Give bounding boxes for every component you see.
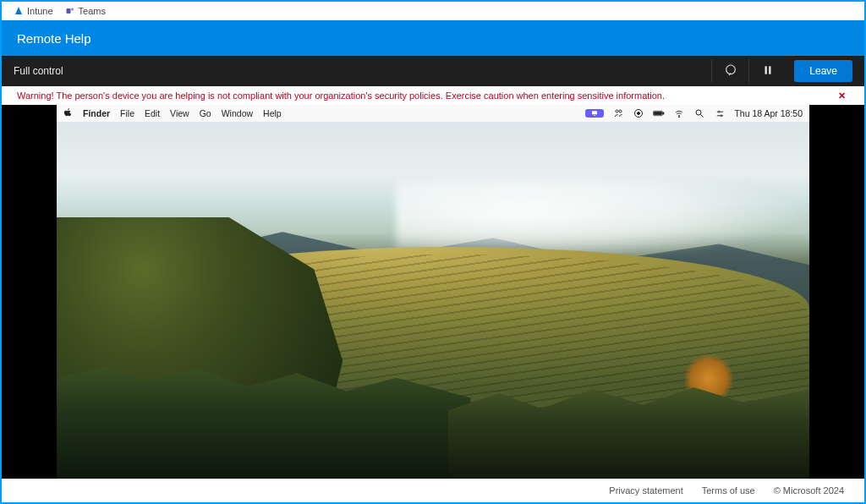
remote-screen-container: Finder File Edit View Go Window Help bbox=[2, 105, 864, 479]
warning-text: Warning! The person's device you are hel… bbox=[17, 90, 665, 101]
azure-icon bbox=[14, 6, 24, 16]
svg-point-20 bbox=[721, 114, 722, 116]
record-icon[interactable] bbox=[633, 108, 644, 118]
menu-edit[interactable]: Edit bbox=[145, 108, 160, 118]
svg-rect-6 bbox=[594, 115, 595, 116]
svg-point-14 bbox=[679, 116, 680, 117]
svg-line-16 bbox=[701, 115, 704, 118]
spotlight-icon[interactable] bbox=[693, 108, 705, 118]
pause-icon bbox=[762, 64, 774, 79]
svg-point-10 bbox=[638, 112, 640, 115]
svg-rect-5 bbox=[592, 111, 597, 114]
app-header: Remote Help bbox=[2, 20, 864, 56]
compliance-warning-bar: Warning! The person's device you are hel… bbox=[2, 86, 864, 105]
app-title: Remote Help bbox=[17, 31, 91, 46]
chat-button[interactable] bbox=[711, 59, 748, 83]
svg-point-15 bbox=[696, 110, 701, 115]
svg-rect-0 bbox=[66, 8, 70, 14]
control-center-icon[interactable] bbox=[714, 108, 726, 118]
remote-desktop[interactable]: Finder File Edit View Go Window Help bbox=[57, 105, 809, 479]
pause-button[interactable] bbox=[748, 59, 786, 83]
app-switcher-icon[interactable] bbox=[612, 108, 624, 118]
footer-privacy-link[interactable]: Privacy statement bbox=[609, 485, 682, 496]
battery-icon[interactable] bbox=[653, 108, 665, 118]
svg-point-8 bbox=[619, 110, 622, 112]
apple-menu-icon[interactable] bbox=[63, 107, 73, 119]
screenshare-indicator-icon[interactable] bbox=[585, 109, 604, 118]
menu-view[interactable]: View bbox=[170, 108, 189, 118]
svg-point-18 bbox=[718, 111, 720, 112]
menu-help[interactable]: Help bbox=[263, 108, 282, 118]
teams-icon bbox=[65, 6, 75, 16]
chat-icon bbox=[724, 63, 737, 79]
session-control-bar: Full control Leave bbox=[2, 56, 864, 86]
close-icon[interactable]: ✕ bbox=[835, 90, 849, 101]
menu-go[interactable]: Go bbox=[200, 108, 211, 118]
macos-wallpaper bbox=[57, 105, 809, 479]
svg-rect-12 bbox=[655, 112, 662, 114]
tab-label: Intune bbox=[27, 6, 53, 16]
wifi-icon[interactable] bbox=[673, 108, 685, 118]
footer-terms-link[interactable]: Terms of use bbox=[702, 485, 755, 496]
macos-menubar: Finder File Edit View Go Window Help bbox=[57, 105, 809, 122]
svg-rect-4 bbox=[769, 66, 770, 74]
svg-point-1 bbox=[71, 8, 74, 11]
leave-button[interactable]: Leave bbox=[794, 60, 852, 82]
menubar-app-name[interactable]: Finder bbox=[83, 108, 110, 118]
menubar-datetime[interactable]: Thu 18 Apr 18:50 bbox=[734, 108, 803, 118]
svg-rect-13 bbox=[663, 112, 664, 114]
menu-window[interactable]: Window bbox=[222, 108, 253, 118]
svg-rect-3 bbox=[765, 66, 766, 74]
page-footer: Privacy statement Terms of use © Microso… bbox=[2, 479, 864, 502]
tab-teams[interactable]: Teams bbox=[65, 6, 106, 16]
browser-tab-strip: Intune Teams bbox=[2, 2, 864, 20]
tab-label: Teams bbox=[79, 6, 106, 16]
menu-file[interactable]: File bbox=[120, 108, 134, 118]
tab-intune[interactable]: Intune bbox=[14, 6, 53, 16]
svg-point-2 bbox=[726, 65, 735, 74]
svg-point-7 bbox=[616, 110, 618, 112]
footer-copyright: © Microsoft 2024 bbox=[774, 485, 844, 496]
session-mode-label: Full control bbox=[14, 65, 63, 77]
